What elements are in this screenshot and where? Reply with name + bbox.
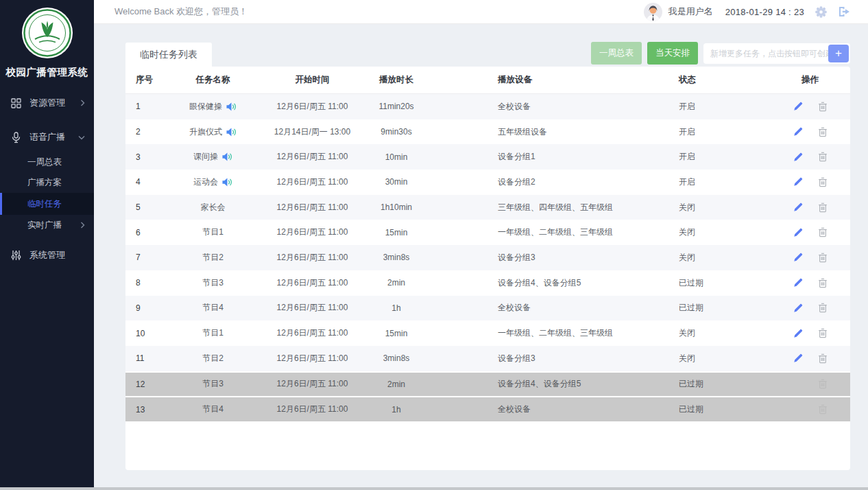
add-task-input[interactable] [710, 49, 828, 58]
avatar [644, 3, 662, 21]
edit-button[interactable] [793, 102, 803, 111]
row-actions [770, 227, 850, 237]
edit-button[interactable] [793, 353, 803, 363]
school-logo [0, 0, 94, 62]
row-start-time: 12月6日/周五 11:00 [263, 378, 362, 390]
edit-button[interactable] [793, 253, 803, 262]
delete-button[interactable] [818, 102, 828, 112]
username-label: 我是用户名 [668, 5, 713, 18]
edit-button[interactable] [793, 177, 803, 187]
edit-button[interactable] [793, 329, 803, 338]
row-actions [770, 253, 850, 263]
delete-button[interactable] [818, 353, 828, 364]
sidebar-item-temporary-tasks[interactable]: 临时任务 [0, 193, 94, 215]
user-area: 我是用户名 2018-01-29 14 : 23 [644, 3, 850, 21]
row-seq: 7 [125, 253, 163, 262]
delete-button[interactable] [818, 379, 828, 389]
table-row: 6 节目1 12月6日/周五 11:00 15min 一年级组、二年级组、三年级… [125, 220, 850, 245]
today-arrangement-button[interactable]: 当天安排 [647, 42, 698, 65]
sidebar-item-realtime-broadcast[interactable]: 实时广播 [0, 215, 94, 235]
sidebar-item-broadcast-plan[interactable]: 广播方案 [0, 172, 94, 193]
row-duration: 1h [362, 405, 431, 415]
sidebar-item-label: 一周总表 [27, 152, 62, 172]
speaker-icon[interactable] [226, 102, 237, 111]
delete-button[interactable] [818, 404, 828, 415]
sidebar-item-week-schedule[interactable]: 一周总表 [0, 152, 94, 172]
row-duration: 3min8s [362, 253, 431, 262]
table-row: 7 节目2 12月6日/周五 11:00 3min8s 设备分组3 关闭 [125, 245, 850, 270]
row-duration: 10min [362, 152, 431, 162]
edit-button[interactable] [793, 228, 803, 237]
edit-button[interactable] [793, 202, 803, 212]
delete-button[interactable] [818, 177, 828, 187]
row-duration: 1h10min [362, 202, 431, 212]
row-actions [770, 404, 850, 415]
row-seq: 2 [125, 127, 163, 137]
header-status: 状态 [679, 74, 770, 86]
table-row: 11 节目2 12月6日/周五 11:00 3min8s 设备分组3 关闭 [125, 346, 850, 371]
row-start-time: 12月6日/周五 11:00 [263, 252, 362, 264]
toolbar: 临时任务列表 一周总表 当天安排 + [125, 43, 850, 67]
row-task-name: 节目2 [163, 252, 263, 264]
delete-button[interactable] [818, 152, 828, 162]
row-start-time: 12月14日/周一 13:00 [263, 126, 362, 138]
row-start-time: 12月6日/周五 11:00 [263, 302, 362, 314]
delete-button[interactable] [818, 278, 828, 288]
row-seq: 3 [125, 152, 163, 162]
row-duration: 2min [362, 380, 431, 389]
microphone-icon [11, 132, 21, 143]
table-row: 10 节目1 12月6日/周五 11:00 15min 一年级组、二年级组、三年… [125, 320, 850, 346]
sidebar-item-system-management[interactable]: 系统管理 [0, 241, 94, 270]
delete-button[interactable] [818, 253, 828, 263]
page: 校园广播管理系统 资源管理 语音广播 [0, 0, 868, 490]
sidebar-item-label: 语音广播 [29, 131, 65, 143]
row-seq: 13 [125, 405, 163, 415]
row-task-name: 节目1 [163, 327, 263, 339]
row-status: 开启 [679, 176, 770, 188]
sidebar-item-voice-broadcast[interactable]: 语音广播 [0, 123, 94, 152]
week-schedule-button[interactable]: 一周总表 [591, 42, 642, 65]
speaker-icon[interactable] [222, 178, 232, 187]
edit-button[interactable] [793, 278, 803, 288]
delete-button[interactable] [818, 303, 828, 313]
logout-icon [838, 6, 850, 17]
row-status: 已过期 [679, 404, 770, 415]
row-actions [770, 127, 850, 137]
row-task-name: 眼保健操 [163, 101, 263, 113]
welcome-text: Welcome Back 欢迎您，管理员！ [114, 5, 248, 18]
edit-button[interactable] [793, 303, 803, 313]
speaker-icon[interactable] [222, 152, 232, 161]
edit-button[interactable] [793, 152, 803, 162]
add-task-button[interactable]: + [828, 45, 849, 62]
logout-button[interactable] [838, 6, 850, 17]
speaker-icon[interactable] [226, 128, 237, 137]
task-table-card: 序号 任务名称 开始时间 播放时长 播放设备 状态 操作 1 眼保健操 [125, 67, 850, 470]
row-task-name: 节目4 [163, 302, 263, 314]
delete-button[interactable] [818, 202, 828, 213]
main-area: Welcome Back 欢迎您，管理员！ 我是用户名 2018-01-29 1… [94, 0, 868, 487]
row-status: 开启 [679, 151, 770, 163]
sidebar-item-resources[interactable]: 资源管理 [0, 89, 94, 117]
row-device: 全校设备 [431, 302, 679, 314]
row-status: 开启 [679, 126, 770, 138]
delete-button[interactable] [818, 328, 828, 338]
table-row: 12 节目3 12月6日/周五 11:00 2min 设备分组4、设备分组5 已… [125, 371, 850, 397]
row-task-name: 节目4 [163, 404, 263, 415]
edit-button[interactable] [793, 127, 803, 137]
tab-title: 临时任务列表 [140, 49, 197, 60]
tab-temporary-task-list[interactable]: 临时任务列表 [125, 43, 212, 67]
row-duration: 11min20s [362, 102, 431, 111]
chevron-right-icon [80, 100, 85, 106]
row-device: 设备分组1 [431, 151, 679, 163]
row-seq: 5 [125, 202, 163, 212]
row-seq: 10 [125, 329, 163, 338]
delete-button[interactable] [818, 227, 828, 237]
row-duration: 15min [362, 228, 431, 237]
row-task-name: 运动会 [163, 176, 263, 188]
row-task-name: 家长会 [163, 202, 263, 213]
table-row: 3 课间操 12月6日/周五 11:00 10min 设备分组1 开启 [125, 144, 850, 170]
delete-button[interactable] [818, 127, 828, 137]
task-table-body: 1 眼保健操 12月6日/周五 11:00 11min20s 全校设备 开启 [125, 94, 850, 421]
settings-gear-button[interactable] [815, 6, 827, 18]
sidebar-item-label: 实时广播 [27, 215, 62, 235]
